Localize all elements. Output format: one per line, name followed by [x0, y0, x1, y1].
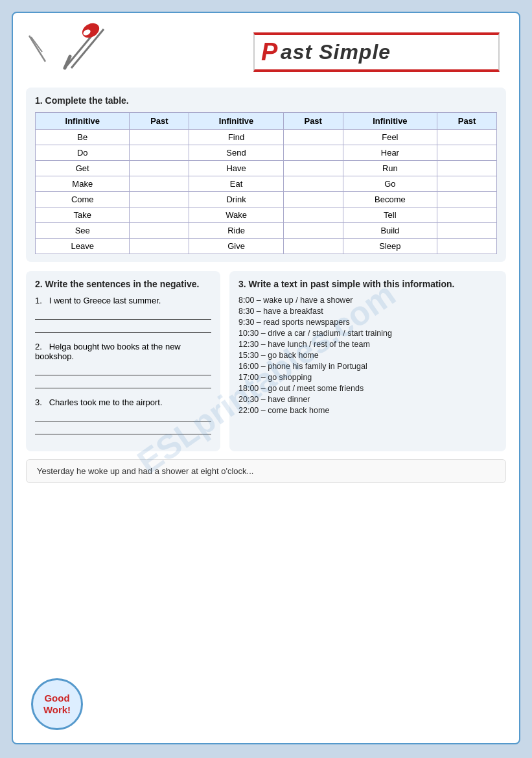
table-cell [283, 207, 343, 223]
col-header-infinitive1: Infinitive [36, 113, 130, 130]
title-prefix: P [261, 38, 277, 66]
table-cell: Give [189, 239, 283, 254]
table-cell [283, 145, 343, 161]
col-header-infinitive2: Infinitive [189, 113, 283, 130]
table-cell [130, 223, 189, 239]
answer-line [35, 309, 211, 320]
table-cell: Have [189, 161, 283, 176]
answer-line [35, 424, 211, 434]
answer-line [35, 322, 211, 333]
table-row: LeaveGiveSleep [36, 239, 497, 254]
table-cell [130, 161, 189, 176]
answer-line [35, 378, 211, 388]
table-cell [283, 161, 343, 176]
table-row: TakeWakeTell [36, 207, 497, 223]
col-header-past3: Past [437, 113, 497, 130]
schedule-item: 18:00 – go out / meet some friends [238, 384, 497, 393]
col-header-infinitive3: Infinitive [343, 113, 437, 130]
title-text: ast Simple [281, 40, 391, 64]
table-cell [437, 207, 497, 223]
table-cell: Drink [189, 192, 283, 207]
table-cell: Get [36, 161, 130, 176]
table-cell [130, 145, 189, 161]
table-cell: Sleep [343, 239, 437, 254]
table-cell: Ride [189, 223, 283, 239]
sentence-text: 3. Charles took me to the airport. [35, 397, 211, 407]
table-cell [283, 176, 343, 192]
table-cell [130, 176, 189, 192]
table-row: BeFindFeel [36, 130, 497, 145]
schedule-item: 20:30 – have dinner [238, 395, 497, 404]
col-header-past1: Past [130, 113, 189, 130]
table-cell: Go [343, 176, 437, 192]
vocab-table: Infinitive Past Infinitive Past Infiniti… [35, 112, 497, 254]
table-cell [437, 192, 497, 207]
schedule-item: 17:00 – go shopping [238, 373, 497, 382]
table-cell [130, 130, 189, 145]
section2: 2. Write the sentences in the negative. … [26, 271, 220, 451]
table-cell [283, 223, 343, 239]
table-row: MakeEatGo [36, 176, 497, 192]
good-work-text: GoodWork! [43, 693, 71, 716]
section1-title: 1. Complete the table. [35, 95, 497, 106]
table-cell: Find [189, 130, 283, 145]
table-cell [437, 161, 497, 176]
table-cell [283, 130, 343, 145]
table-cell: Become [343, 192, 437, 207]
sentence-item: 3. Charles took me to the airport. [35, 397, 211, 434]
table-cell [283, 192, 343, 207]
table-cell: Hear [343, 145, 437, 161]
title-box: P ast Simple [253, 32, 500, 72]
section2-title: 2. Write the sentences in the negative. [35, 279, 211, 289]
page: P ast Simple ESLprintables.com 1. Comple… [12, 12, 520, 744]
good-work-badge: GoodWork! [31, 678, 83, 730]
table-cell: Come [36, 192, 130, 207]
answer-line [35, 411, 211, 421]
table-cell: Feel [343, 130, 437, 145]
table-row: SeeRideBuild [36, 223, 497, 239]
schedule-item: 10:30 – drive a car / stadium / start tr… [238, 329, 497, 338]
prompt-box: Yesterday he woke up and had a shower at… [26, 459, 506, 483]
table-row: GetHaveRun [36, 161, 497, 176]
table-cell: Do [36, 145, 130, 161]
table-cell [437, 130, 497, 145]
schedule-item: 9:30 – read sports newspapers [238, 318, 497, 327]
table-cell: Run [343, 161, 437, 176]
sentence-text: 1. I went to Greece last summer. [35, 296, 211, 305]
bottom-row: 2. Write the sentences in the negative. … [26, 271, 506, 451]
sentence-text: 2. Helga bought two books at the new boo… [35, 342, 211, 361]
table-cell [130, 192, 189, 207]
schedule-item: 16:00 – phone his family in Portugal [238, 362, 497, 371]
table-row: ComeDrinkBecome [36, 192, 497, 207]
schedule-item: 8:00 – wake up / have a shower [238, 296, 497, 305]
table-cell: Take [36, 207, 130, 223]
schedule-item: 22:00 – come back home [238, 406, 497, 415]
table-cell [130, 207, 189, 223]
table-cell: See [36, 223, 130, 239]
table-cell: Send [189, 145, 283, 161]
section1: 1. Complete the table. Infinitive Past I… [26, 88, 506, 262]
table-row: DoSendHear [36, 145, 497, 161]
table-cell [437, 223, 497, 239]
sentence-item: 1. I went to Greece last summer. [35, 296, 211, 333]
table-cell [437, 176, 497, 192]
table-cell: Tell [343, 207, 437, 223]
sentence-item: 2. Helga bought two books at the new boo… [35, 342, 211, 388]
answer-line [35, 365, 211, 375]
schedule-item: 12:30 – have lunch / rest of the team [238, 340, 497, 349]
table-cell: Be [36, 130, 130, 145]
section3: 3. Write a text in past simple with this… [229, 271, 506, 451]
table-cell: Build [343, 223, 437, 239]
table-cell [437, 145, 497, 161]
section3-title: 3. Write a text in past simple with this… [238, 279, 497, 289]
header: P ast Simple [26, 23, 506, 81]
schedule-item: 15:30 – go back home [238, 351, 497, 360]
schedule-item: 8:30 – have a breakfast [238, 307, 497, 316]
table-cell: Eat [189, 176, 283, 192]
table-cell: Make [36, 176, 130, 192]
table-cell [437, 239, 497, 254]
table-cell [130, 239, 189, 254]
table-cell [283, 239, 343, 254]
table-cell: Leave [36, 239, 130, 254]
col-header-past2: Past [283, 113, 343, 130]
